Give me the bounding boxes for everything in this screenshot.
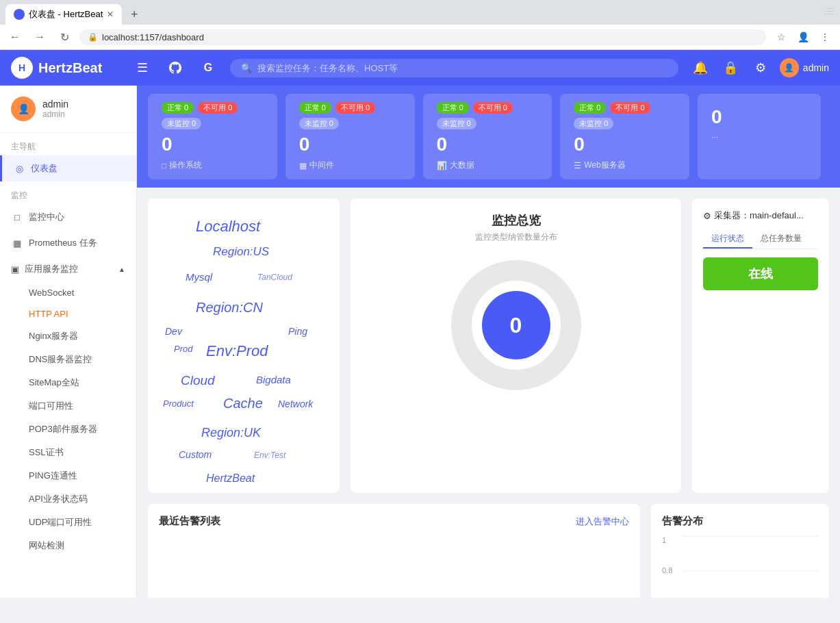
github-icon[interactable]	[164, 57, 186, 79]
stat-badge-unavail-os: 不可用 0	[198, 102, 238, 114]
stat-number-os: 0	[162, 134, 264, 155]
back-button[interactable]: ←	[5, 27, 25, 47]
word-env-test[interactable]: Env:Test	[254, 450, 285, 460]
word-region-uk[interactable]: Region:UK	[201, 426, 261, 440]
stat-number-bd: 0	[437, 134, 539, 155]
grid-line-08	[683, 570, 818, 571]
sidebar-item-monitor-center[interactable]: □ 监控中心	[0, 204, 136, 230]
sidebar-role: admin	[42, 110, 68, 119]
user-avatar: 👤	[780, 58, 799, 77]
user-name-label: admin	[803, 62, 829, 73]
webserver-icon: ☰	[574, 161, 581, 170]
monitor-overview-subtitle: 监控类型纳管数量分布	[475, 231, 557, 243]
chart-area: 1 0.8 0.6	[662, 536, 818, 598]
sidebar-user-info: admin admin	[42, 99, 68, 119]
word-env-prod[interactable]: Env:Prod	[206, 342, 268, 360]
sidebar-avatar: 👤	[11, 97, 36, 121]
navbar-logo: H HertzBeat	[11, 57, 120, 79]
stat-card-webserver-header: 正常 0 不可用 0 未监控 0	[574, 102, 676, 129]
stat-badge-normal-bd: 正常 0	[437, 102, 469, 114]
stat-badge-unmonitored-bd: 未监控 0	[437, 118, 476, 129]
word-bigdata[interactable]: Bigdata	[256, 374, 291, 385]
stat-card-os-header: 正常 0 不可用 0 未监控 0	[162, 102, 264, 129]
alerts-link[interactable]: 进入告警中心	[576, 516, 629, 528]
sidebar-item-app-monitor[interactable]: ▣ 应用服务监控 ▲	[0, 256, 136, 282]
url-bar[interactable]: 🔒 localhost:1157/dashboard	[79, 29, 766, 45]
sidebar-sub-item-port[interactable]: 端口可用性	[0, 394, 136, 418]
profile-icon[interactable]: 👤	[793, 27, 813, 47]
word-product[interactable]: Product	[163, 398, 194, 409]
stat-badge-unmonitored-ws: 未监控 0	[574, 118, 613, 129]
collector-tabs: 运行状态 总任务数量	[703, 230, 818, 249]
browser-chrome: 仪表盘 - HertzBeat ✕ + ← → ↻ 🔒 localhost:11…	[0, 0, 840, 50]
lock-icon[interactable]: 🔒	[720, 57, 741, 79]
sidebar-sub-item-pop3[interactable]: POP3邮件服务器	[0, 418, 136, 441]
word-prod[interactable]: Prod	[174, 344, 192, 354]
word-region-cn[interactable]: Region:CN	[196, 300, 263, 316]
collector-title: ⚙ 采集器：main-defaul...	[703, 209, 818, 222]
collector-panel: ⚙ 采集器：main-defaul... 运行状态 总任务数量 在线	[692, 199, 829, 493]
bookmark-icon[interactable]: ☆	[772, 27, 791, 47]
sidebar-sub-item-udp[interactable]: UDP端口可用性	[0, 511, 136, 534]
sidebar-sub-item-api-status[interactable]: API业务状态码	[0, 487, 136, 511]
more-options-icon[interactable]: ⋮	[815, 27, 835, 47]
collector-tab-run-state[interactable]: 运行状态	[703, 230, 752, 249]
sidebar-sub-item-websocket[interactable]: WebSocket	[0, 282, 136, 303]
tab-close-button[interactable]: ✕	[107, 10, 114, 19]
stat-label-ws: ☰ Web服务器	[574, 160, 676, 171]
reload-button[interactable]: ↻	[55, 27, 74, 47]
grid-line-1	[683, 536, 818, 537]
bottom-section: 最近告警列表 进入告警中心 告警分布 1 0.8 0.6	[137, 504, 840, 598]
bell-icon[interactable]: 🔔	[689, 57, 711, 79]
word-dev[interactable]: Dev	[165, 326, 182, 337]
sidebar-item-prometheus[interactable]: ▦ Prometheus 任务	[0, 230, 136, 256]
menu-icon[interactable]: ☰	[131, 57, 153, 79]
word-localhost[interactable]: Localhost	[196, 218, 260, 236]
word-mysql[interactable]: Mysql	[186, 271, 212, 283]
collector-tab-total-tasks[interactable]: 总任务数量	[752, 230, 810, 249]
sidebar-sub-item-httpapi[interactable]: HTTP API	[0, 303, 136, 325]
main-layout: 👤 admin admin 主导航 ◎ 仪表盘 监控 □ 监控中心 ▦ Prom…	[0, 86, 840, 598]
chart-label-08: 0.8	[662, 566, 672, 574]
stat-number-mw: 0	[299, 134, 401, 155]
word-hertzbeat[interactable]: HertzBeat	[206, 472, 255, 485]
stat-badge-unmonitored-mw: 未监控 0	[299, 118, 339, 129]
alerts-dist-title: 告警分布	[662, 515, 818, 528]
word-cloud[interactable]: Cloud	[181, 373, 215, 388]
sidebar-sub-item-dns[interactable]: DNS服务器监控	[0, 348, 136, 371]
word-tancloud[interactable]: TanCloud	[257, 272, 292, 282]
sidebar-sub-item-ssl[interactable]: SSL证书	[0, 441, 136, 464]
forward-button[interactable]: →	[30, 27, 49, 47]
stat-card-more: 0 ···	[698, 94, 821, 179]
stat-card-bigdata: 正常 0 不可用 0 未监控 0 0 📊 大数据	[423, 94, 552, 179]
monitor-center-icon: □	[11, 211, 23, 223]
search-bar[interactable]: 🔍	[230, 59, 678, 77]
search-input[interactable]	[257, 63, 667, 73]
stat-badge-normal-mw: 正常 0	[299, 102, 331, 114]
sidebar-sub-item-sitemap[interactable]: SiteMap全站	[0, 371, 136, 394]
arrow-up-icon: ▲	[118, 266, 125, 273]
sidebar-item-dashboard[interactable]: ◎ 仪表盘	[0, 155, 136, 181]
new-tab-button[interactable]: +	[125, 5, 144, 24]
word-network[interactable]: Network	[278, 398, 313, 409]
dashboard-main-content: Localhost Region:US Mysql TanCloud Regio…	[137, 188, 840, 504]
middleware-icon: ▦	[299, 161, 307, 170]
sidebar-sub-item-website[interactable]: 网站检测	[0, 534, 136, 557]
g-icon[interactable]: G	[197, 57, 219, 79]
sidebar-sub-item-ping[interactable]: PING连通性	[0, 464, 136, 487]
user-menu[interactable]: 👤 admin	[780, 58, 829, 77]
sidebar-sub-item-nginx[interactable]: Nginx服务器	[0, 325, 136, 348]
settings-icon[interactable]: ⚙	[750, 57, 772, 79]
word-cache[interactable]: Cache	[223, 396, 263, 411]
browser-action-buttons: ☆ 👤 ⋮	[772, 27, 835, 47]
word-custom[interactable]: Custom	[179, 449, 212, 460]
logo-text: HertzBeat	[38, 60, 102, 76]
alerts-header: 最近告警列表 进入告警中心	[159, 515, 629, 528]
word-region-us[interactable]: Region:US	[213, 245, 269, 259]
sidebar: 👤 admin admin 主导航 ◎ 仪表盘 监控 □ 监控中心 ▦ Prom…	[0, 86, 137, 598]
browser-tab-active[interactable]: 仪表盘 - HertzBeat ✕	[5, 4, 122, 25]
word-cloud-panel: Localhost Region:US Mysql TanCloud Regio…	[148, 199, 340, 493]
sidebar-app-monitor-label: 应用服务监控	[25, 263, 78, 275]
alerts-title: 最近告警列表	[159, 515, 220, 528]
word-ping[interactable]: Ping	[288, 326, 307, 337]
